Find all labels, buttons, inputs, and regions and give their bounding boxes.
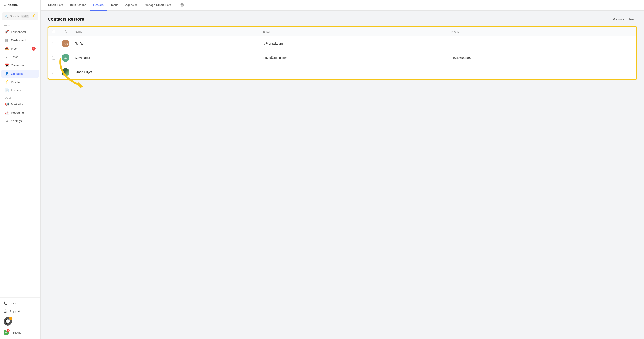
inbox-badge: 1	[32, 46, 36, 50]
sidebar-item-label: Calendars	[11, 64, 25, 67]
search-shortcut: ctrl K	[21, 15, 29, 18]
previous-button[interactable]: Previous	[611, 17, 626, 22]
sidebar-item-support[interactable]: 💬 Support	[0, 307, 40, 315]
contact-avatar: RR	[62, 40, 70, 48]
sidebar-item-label: Tasks	[11, 56, 19, 59]
row-avatar-cell	[59, 68, 72, 76]
sidebar-item-label: Contacts	[11, 72, 23, 76]
table-header: ⇅ Name Email Phone	[48, 27, 636, 36]
pagination-bar: Previous Next	[611, 17, 637, 22]
dashboard-icon: ▦	[5, 38, 9, 42]
sidebar-item-profile[interactable]: G 2 Profile	[0, 328, 40, 337]
table-row: RR Re Re re@gmail.com	[48, 36, 636, 51]
topnav-divider	[176, 3, 176, 8]
row-checkbox[interactable]	[52, 70, 56, 74]
apps-section-label: Apps	[0, 22, 40, 28]
next-button[interactable]: Next	[628, 17, 637, 22]
sidebar-item-label: Invoices	[11, 89, 22, 92]
contact-avatar	[62, 68, 70, 76]
sidebar-item-notifications[interactable]: 💬 7	[0, 315, 40, 328]
launchpad-icon: 🚀	[5, 30, 9, 34]
inbox-icon: 📥	[5, 46, 9, 50]
settings-icon: ⚙	[5, 119, 9, 123]
topnav-manage-smart-lists[interactable]: Manage Smart Lists	[142, 0, 174, 10]
app-name: demo.	[8, 3, 18, 7]
topnav-tasks[interactable]: Tasks	[108, 0, 121, 10]
sidebar-bottom-label: Support	[10, 310, 20, 313]
page-title: Contacts Restore	[48, 17, 637, 22]
pipeline-icon: ⚡	[5, 80, 9, 84]
sidebar-item-reporting[interactable]: 📈 Reporting	[1, 108, 39, 116]
header-avatar-cell: ⇅	[59, 30, 72, 34]
sidebar-item-label: Pipeline	[11, 80, 22, 84]
row-checkbox[interactable]	[52, 42, 56, 45]
contacts-icon: 👤	[5, 72, 9, 76]
marketing-icon: 📢	[5, 102, 9, 106]
sidebar-item-settings[interactable]: ⚙ Settings	[1, 117, 39, 125]
row-avatar-cell: SJ	[59, 54, 72, 62]
phone-icon: 📞	[4, 302, 8, 305]
chat-badge: 7	[9, 316, 12, 320]
table-row: Grace Puyot	[48, 65, 636, 79]
contact-phone: +19495554500	[448, 56, 636, 60]
contact-name: Grace Puyot	[72, 70, 260, 74]
contact-email: re@gmail.com	[260, 42, 448, 45]
sidebar-logo: ≡ demo.	[0, 0, 40, 10]
topnav-smart-lists[interactable]: Smart Lists	[45, 0, 66, 10]
main-content: Smart Lists Bulk Actions Restore Tasks A…	[41, 0, 644, 339]
sidebar-item-label: Settings	[11, 120, 22, 123]
sidebar-item-label: Dashboard	[11, 39, 26, 42]
header-checkbox-cell	[48, 30, 59, 33]
sidebar-item-dashboard[interactable]: ▦ Dashboard	[1, 36, 39, 44]
invoices-icon: 📄	[5, 88, 9, 92]
sidebar-item-contacts[interactable]: 👤 Contacts	[1, 70, 39, 78]
topnav-restore[interactable]: Restore	[90, 0, 107, 10]
sidebar-item-calendars[interactable]: 📅 Calendars	[1, 61, 39, 69]
header-name: Name	[72, 30, 260, 33]
svg-marker-0	[78, 82, 84, 88]
sidebar-item-label: Launchpad	[11, 30, 26, 34]
tasks-icon: ✓	[5, 55, 9, 59]
search-bar[interactable]: 🔍 Search ctrl K ⚡	[2, 12, 38, 20]
chat-bubble-icon: 💬 7	[4, 317, 12, 326]
row-avatar-cell: RR	[59, 40, 72, 48]
sidebar-bottom-label: Phone	[10, 302, 18, 305]
sidebar-item-pipeline[interactable]: ⚡ Pipeline	[1, 78, 39, 86]
header-phone: Phone	[448, 30, 636, 33]
row-checkbox-cell	[48, 70, 59, 74]
menu-toggle-icon[interactable]: ≡	[4, 3, 6, 7]
sidebar: ≡ demo. 🔍 Search ctrl K ⚡ Apps 🚀 Launchp…	[0, 0, 41, 339]
profile-label: Profile	[13, 331, 21, 334]
top-navigation: Smart Lists Bulk Actions Restore Tasks A…	[41, 0, 644, 10]
calendars-icon: 📅	[5, 63, 9, 67]
user-avatar: G 2	[4, 330, 9, 335]
row-checkbox-cell	[48, 56, 59, 60]
contact-name: Re Re	[72, 42, 260, 45]
reporting-icon: 📈	[5, 110, 9, 114]
contact-name: Steve Jobs	[72, 56, 260, 60]
row-checkbox-cell	[48, 42, 59, 45]
sidebar-item-marketing[interactable]: 📢 Marketing	[1, 100, 39, 108]
topnav-bulk-actions[interactable]: Bulk Actions	[67, 0, 90, 10]
sidebar-bottom: 📞 Phone 💬 Support 💬 7 G 2 Profile	[0, 298, 40, 339]
sidebar-item-launchpad[interactable]: 🚀 Launchpad	[1, 28, 39, 36]
tools-section-label: Tools	[0, 94, 40, 100]
sidebar-item-phone[interactable]: 📞 Phone	[0, 300, 40, 307]
content-area: Contacts Restore Previous Next ⇅ N	[41, 10, 644, 339]
topnav-agencies[interactable]: Agencies	[122, 0, 141, 10]
row-checkbox[interactable]	[52, 56, 56, 60]
help-icon[interactable]: ⓪	[178, 1, 186, 9]
sidebar-item-invoices[interactable]: 📄 Invoices	[1, 86, 39, 94]
sidebar-item-inbox[interactable]: 📥 Inbox 1	[1, 45, 39, 52]
sidebar-item-tasks[interactable]: ✓ Tasks	[1, 53, 39, 61]
contacts-table: ⇅ Name Email Phone RR Re Re re@gmail.com	[48, 26, 637, 80]
contact-email: steve@apple.com	[260, 56, 448, 60]
sidebar-item-label: Marketing	[11, 103, 24, 106]
sidebar-item-label: Inbox	[11, 47, 18, 50]
header-email: Email	[260, 30, 448, 33]
search-label: Search	[10, 14, 20, 18]
lightning-icon: ⚡	[31, 14, 36, 18]
contact-avatar: SJ	[62, 54, 70, 62]
select-all-checkbox[interactable]	[52, 30, 56, 33]
search-icon: 🔍	[5, 14, 8, 18]
